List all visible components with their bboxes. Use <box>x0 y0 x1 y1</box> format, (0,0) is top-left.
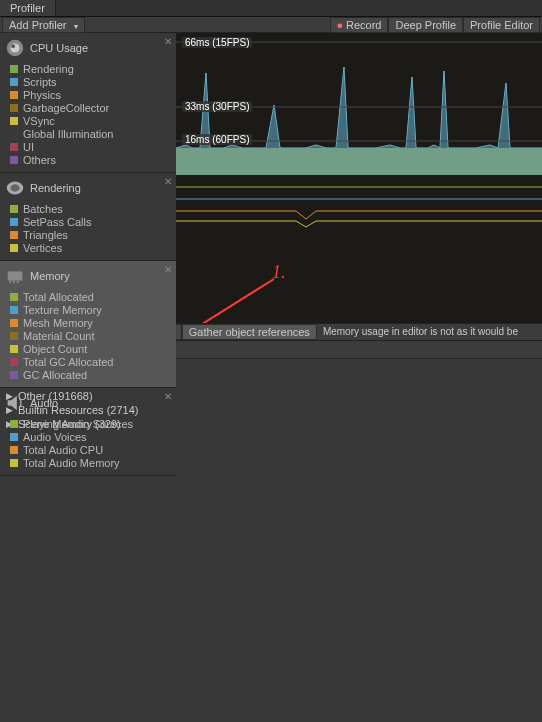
memory-chart <box>176 305 542 323</box>
svg-point-2 <box>11 44 15 48</box>
audio-icon <box>4 392 26 414</box>
legend-label: SetPass Calls <box>23 216 91 228</box>
add-profiler-label: Add Profiler <box>9 19 66 31</box>
legend-swatch <box>10 156 18 164</box>
legend-label: GC Allocated <box>23 369 87 381</box>
legend-item[interactable]: Batches <box>10 203 170 215</box>
legend-item[interactable]: Mesh Memory <box>10 317 170 329</box>
legend-item[interactable]: GC Allocated <box>10 369 170 381</box>
legend-label: Object Count <box>23 343 87 355</box>
cpu-chart: 66ms (15FPS) 33ms (30FPS) 16ms (60FPS) <box>176 33 542 175</box>
legend-item[interactable]: UI <box>10 141 170 153</box>
profile-editor-button[interactable]: Profile Editor <box>463 17 540 33</box>
legend-swatch <box>10 293 18 301</box>
legend-label: Total Audio CPU <box>23 444 103 456</box>
legend-swatch <box>10 420 18 428</box>
legend-item[interactable]: Total Audio CPU <box>10 444 170 456</box>
svg-point-4 <box>10 184 19 191</box>
legend-item[interactable]: VSync <box>10 115 170 127</box>
legend-swatch <box>10 143 18 151</box>
legend-swatch <box>10 306 18 314</box>
section-rendering[interactable]: ✕ Rendering BatchesSetPass CallsTriangle… <box>0 173 176 261</box>
legend-label: Batches <box>23 203 63 215</box>
legend-item[interactable]: SetPass Calls <box>10 216 170 228</box>
section-title: Memory <box>30 270 70 282</box>
legend-swatch <box>10 446 18 454</box>
deep-profile-button[interactable]: Deep Profile <box>388 17 463 33</box>
legend-item[interactable]: Global Illumination <box>10 128 170 140</box>
fps-marker-33: 33ms (30FPS) <box>182 101 252 112</box>
legend-item[interactable]: Triangles <box>10 229 170 241</box>
legend-label: Audio Voices <box>23 431 87 443</box>
fps-marker-66: 66ms (15FPS) <box>182 37 252 48</box>
legend-item[interactable]: Others <box>10 154 170 166</box>
cpu-icon <box>4 37 26 59</box>
section-audio[interactable]: ✕ Audio Playing Audio SourcesAudio Voice… <box>0 388 176 476</box>
add-profiler-button[interactable]: Add Profiler <box>2 17 85 33</box>
legend-swatch <box>10 104 18 112</box>
legend-item[interactable]: Total Allocated <box>10 291 170 303</box>
legend-swatch <box>10 130 18 138</box>
memory-icon <box>4 265 26 287</box>
legend-label: Global Illumination <box>23 128 114 140</box>
legend-item[interactable]: Audio Voices <box>10 431 170 443</box>
legend-label: VSync <box>23 115 55 127</box>
legend-item[interactable]: Scripts <box>10 76 170 88</box>
tab-label: Profiler <box>10 2 45 14</box>
legend-label: Others <box>23 154 56 166</box>
svg-rect-5 <box>8 271 23 280</box>
legend-item[interactable]: Object Count <box>10 343 170 355</box>
section-memory[interactable]: ✕ Memory Total AllocatedTexture MemoryMe… <box>0 261 176 388</box>
rendering-chart <box>176 175 542 305</box>
toolbar: Add Profiler ● Record Deep Profile Profi… <box>0 17 542 33</box>
legend-swatch <box>10 65 18 73</box>
fps-marker-16: 16ms (60FPS) <box>182 134 252 145</box>
section-title: CPU Usage <box>30 42 88 54</box>
legend-label: Vertices <box>23 242 62 254</box>
rendering-icon <box>4 177 26 199</box>
legend-swatch <box>10 218 18 226</box>
legend-swatch <box>10 433 18 441</box>
tab-profiler[interactable]: Profiler <box>0 0 56 16</box>
legend-swatch <box>10 345 18 353</box>
svg-rect-8 <box>17 281 19 284</box>
legend-label: Mesh Memory <box>23 317 93 329</box>
legend-item[interactable]: Total GC Allocated <box>10 356 170 368</box>
legend-label: Texture Memory <box>23 304 102 316</box>
legend-label: Total Audio Memory <box>23 457 120 469</box>
section-title: Rendering <box>30 182 81 194</box>
record-label: Record <box>346 19 381 31</box>
legend-label: Rendering <box>23 63 74 75</box>
legend-label: Playing Audio Sources <box>23 418 133 430</box>
profiler-sidebar: ✕ CPU Usage RenderingScriptsPhysicsGarba… <box>0 33 176 323</box>
legend-label: Scripts <box>23 76 57 88</box>
legend-label: Total Allocated <box>23 291 94 303</box>
legend-swatch <box>10 332 18 340</box>
legend-swatch <box>10 78 18 86</box>
svg-rect-13 <box>176 175 542 305</box>
profile-editor-label: Profile Editor <box>470 19 533 31</box>
svg-rect-6 <box>10 281 12 284</box>
deep-profile-label: Deep Profile <box>395 19 456 31</box>
chart-area[interactable]: 66ms (15FPS) 33ms (30FPS) 16ms (60FPS) <box>176 33 542 323</box>
legend-item[interactable]: Rendering <box>10 63 170 75</box>
legend-item[interactable]: Total Audio Memory <box>10 457 170 469</box>
svg-rect-7 <box>13 281 15 284</box>
legend-item[interactable]: Physics <box>10 89 170 101</box>
legend-item[interactable]: Playing Audio Sources <box>10 418 170 430</box>
gather-refs-toggle[interactable]: Gather object references <box>182 324 317 340</box>
legend-label: UI <box>23 141 34 153</box>
tab-bar: Profiler <box>0 0 542 17</box>
legend-label: Triangles <box>23 229 68 241</box>
legend-swatch <box>10 231 18 239</box>
legend-swatch <box>10 358 18 366</box>
legend-item[interactable]: Material Count <box>10 330 170 342</box>
legend-swatch <box>10 459 18 467</box>
legend-item[interactable]: GarbageCollector <box>10 102 170 114</box>
section-cpu[interactable]: ✕ CPU Usage RenderingScriptsPhysicsGarba… <box>0 33 176 173</box>
legend-item[interactable]: Texture Memory <box>10 304 170 316</box>
legend-swatch <box>10 319 18 327</box>
legend-item[interactable]: Vertices <box>10 242 170 254</box>
legend-swatch <box>10 91 18 99</box>
record-button[interactable]: ● Record <box>330 17 389 33</box>
